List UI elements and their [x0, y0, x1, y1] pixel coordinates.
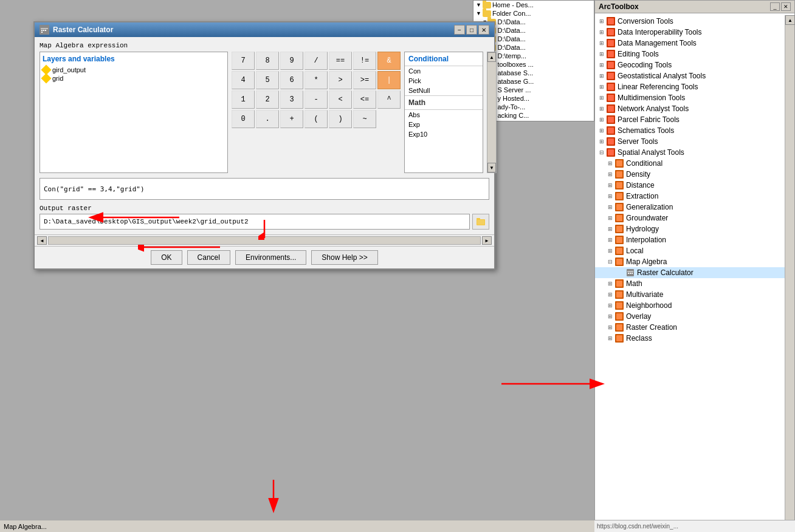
tree-item-spatial-analyst[interactable]: ⊟ Spatial Analyst Tools [595, 147, 794, 158]
tree-item-local[interactable]: ⊞ Local [595, 245, 794, 256]
tree-item-data-mgmt[interactable]: ⊞ Data Management Tools [595, 38, 794, 49]
layer-name: grid [52, 75, 63, 82]
tree-item-math[interactable]: ⊞ Math [595, 278, 794, 289]
btn-tilde[interactable]: ~ [353, 110, 376, 128]
file-tree-item[interactable]: ▼ Folder Con... [473, 9, 594, 18]
svg-rect-67 [45, 30, 46, 31]
btn-gt[interactable]: > [329, 71, 352, 89]
btn-caret[interactable]: ^ [377, 90, 401, 109]
scroll-right-btn[interactable]: ► [482, 236, 492, 245]
tree-item-geocoding[interactable]: ⊞ Geocoding Tools [595, 60, 794, 70]
tree-item-extraction[interactable]: ⊞ Extraction [595, 191, 794, 202]
btn-3[interactable]: 3 [280, 90, 303, 109]
btn-2[interactable]: 2 [256, 90, 279, 109]
tree-item-schematics[interactable]: ⊞ Schematics Tools [595, 125, 794, 136]
math-item-exp10[interactable]: Exp10 [405, 129, 483, 139]
svg-rect-9 [608, 62, 614, 68]
tree-item-groundwater[interactable]: ⊞ Groundwater [595, 213, 794, 223]
environments-button[interactable]: Environments... [235, 250, 306, 265]
conditional-item-setnull[interactable]: SetNull [405, 86, 483, 95]
tree-item-label: Geocoding Tools [618, 61, 672, 69]
tree-item-map-algebra[interactable]: ⊟ Map Algebra [595, 256, 794, 267]
btn-minus[interactable]: - [305, 90, 328, 109]
close-button[interactable]: ✕ [478, 25, 489, 35]
status-bar: Map Algebra... [0, 520, 594, 532]
toolbox-icon [606, 82, 616, 92]
btn-lt[interactable]: < [329, 90, 352, 109]
btn-lte[interactable]: <= [353, 90, 376, 109]
layer-item-grid[interactable]: grid [43, 74, 225, 83]
tree-item-interpolation[interactable]: ⊞ Interpolation [595, 234, 794, 245]
tree-item-conversion-tools[interactable]: ⊞ Conversion Tools [595, 16, 794, 27]
btn-dot[interactable]: . [256, 110, 279, 128]
tree-item-label: Server Tools [618, 137, 658, 146]
tree-item-linear-ref[interactable]: ⊞ Linear Referencing Tools [595, 81, 794, 92]
btn-and[interactable]: & [377, 52, 401, 70]
tree-item-reclass[interactable]: ⊞ Reclass [595, 333, 794, 344]
scroll-up-btn[interactable]: ▲ [487, 52, 496, 62]
conditional-item-pick[interactable]: Pick [405, 76, 483, 86]
math-item-abs[interactable]: Abs [405, 110, 483, 120]
browse-button[interactable] [472, 214, 489, 230]
tree-item-raster-calculator[interactable]: ⊞ Raster Calculator [595, 267, 794, 278]
svg-rect-65 [41, 30, 43, 31]
h-scrollbar-track[interactable] [48, 236, 481, 245]
tree-item-multidimension[interactable]: ⊞ Multidimension Tools [595, 92, 794, 103]
tree-item-multivariate[interactable]: ⊞ Multivariate [595, 289, 794, 300]
layer-item-gird-output[interactable]: gird_output [43, 66, 225, 74]
toolset-icon [614, 290, 624, 299]
scroll-left-btn[interactable]: ◄ [37, 236, 47, 245]
maximize-button[interactable]: □ [466, 25, 477, 35]
tree-item-network-analyst[interactable]: ⊞ Network Analyst Tools [595, 103, 794, 114]
vertical-scrollbar[interactable]: ▲ ▼ [487, 52, 497, 173]
btn-divide[interactable]: / [305, 52, 328, 70]
scroll-up-button[interactable]: ▲ [785, 15, 795, 25]
btn-6[interactable]: 6 [280, 71, 303, 89]
expression-input[interactable]: Con("grid" == 3,4,"grid") [40, 178, 489, 200]
tree-item-density[interactable]: ⊞ Density [595, 169, 794, 180]
file-tree-item[interactable]: ▼ Home - Des... [473, 1, 594, 9]
btn-plus[interactable]: + [280, 110, 303, 128]
tree-item-raster-creation[interactable]: ⊞ Raster Creation [595, 322, 794, 333]
btn-gte[interactable]: >= [353, 71, 376, 89]
btn-5[interactable]: 5 [256, 71, 279, 89]
scroll-down-btn[interactable]: ▼ [487, 163, 496, 172]
tree-item-data-interop[interactable]: ⊞ Data Interoperability Tools [595, 27, 794, 38]
btn-neq[interactable]: != [353, 52, 376, 70]
btn-7[interactable]: 7 [232, 52, 255, 70]
btn-eq[interactable]: == [329, 52, 352, 70]
output-path-input[interactable] [40, 214, 470, 230]
arctoolbox-title: ArcToolbox [599, 2, 639, 11]
btn-multiply[interactable]: * [305, 71, 328, 89]
tree-item-parcel-fabric[interactable]: ⊞ Parcel Fabric Tools [595, 114, 794, 125]
tree-item-overlay[interactable]: ⊞ Overlay [595, 311, 794, 322]
tree-item-label: Editing Tools [618, 50, 659, 58]
tree-item-label: Hydrology [626, 225, 659, 233]
btn-1[interactable]: 1 [232, 90, 255, 109]
tree-item-generalization[interactable]: ⊞ Generalization [595, 202, 794, 213]
btn-4[interactable]: 4 [232, 71, 255, 89]
btn-lparen[interactable]: ( [305, 110, 328, 128]
tree-item-hydrology[interactable]: ⊞ Hydrology [595, 223, 794, 234]
btn-or[interactable]: | [377, 71, 401, 89]
show-help-button[interactable]: Show Help >> [311, 250, 377, 265]
minimize-button[interactable]: _ [770, 2, 780, 11]
btn-0[interactable]: 0 [232, 110, 255, 128]
tree-item-geostatistical[interactable]: ⊞ Geostatistical Analyst Tools [595, 70, 794, 81]
tree-item-label: Groundwater [626, 214, 668, 222]
tree-item-conditional[interactable]: ⊞ Conditional [595, 158, 794, 169]
conditional-item-con[interactable]: Con [405, 66, 483, 76]
btn-9[interactable]: 9 [280, 52, 303, 70]
tree-item-distance[interactable]: ⊞ Distance [595, 180, 794, 191]
toolbox-icon [606, 38, 616, 48]
toolbox-icon [606, 148, 616, 157]
btn-8[interactable]: 8 [256, 52, 279, 70]
tree-item-neighborhood[interactable]: ⊞ Neighborhood [595, 300, 794, 311]
tree-item-server[interactable]: ⊞ Server Tools [595, 136, 794, 147]
toolset-icon [614, 301, 624, 310]
close-button[interactable]: ✕ [781, 2, 791, 11]
math-item-exp[interactable]: Exp [405, 120, 483, 129]
tree-item-editing-tools[interactable]: ⊞ Editing Tools [595, 49, 794, 60]
btn-rparen[interactable]: ) [329, 110, 352, 128]
minimize-button[interactable]: − [454, 25, 465, 35]
